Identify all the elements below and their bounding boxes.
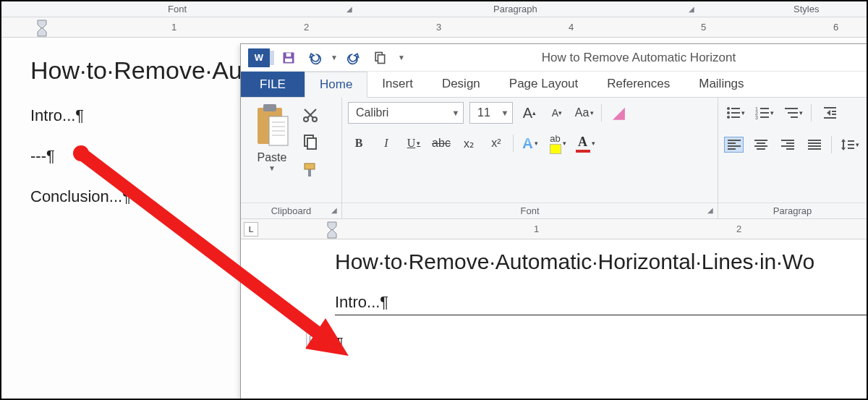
group-label-font: Font ◢	[342, 203, 718, 218]
text-effects-icon: A	[522, 135, 532, 152]
fg-document-area[interactable]: How·to·Remove·Automatic·Horizontal·Lines…	[241, 239, 867, 353]
bg-group-font: Font	[168, 4, 187, 14]
grow-font-button[interactable]: A▴	[519, 102, 540, 124]
bold-button[interactable]: B	[348, 132, 370, 154]
tab-page-layout[interactable]: Page Layout	[495, 72, 592, 97]
font-name-combo[interactable]: Calibri ▼	[348, 102, 464, 124]
redo-icon	[346, 51, 361, 65]
bullets-button[interactable]: ▾	[724, 102, 746, 124]
chevron-down-icon: ▼	[398, 54, 405, 61]
highlight-button[interactable]: ab ▾	[547, 132, 569, 154]
bg-font-launcher-icon[interactable]: ◢	[346, 5, 352, 13]
tab-selector-icon[interactable]: L	[244, 222, 258, 237]
svg-rect-17	[307, 138, 316, 149]
decrease-indent-button[interactable]	[819, 102, 841, 124]
bg-ruler-3: 3	[436, 22, 441, 33]
chevron-down-icon: ▼	[498, 108, 512, 117]
font-color-button[interactable]: A ▾	[574, 132, 596, 154]
tab-insert[interactable]: Insert	[367, 72, 427, 97]
qat-redo-button[interactable]	[341, 44, 367, 72]
subscript-button[interactable]: x₂	[458, 132, 480, 154]
strikethrough-button[interactable]: abc	[430, 132, 452, 154]
bg-paragraph-launcher-icon[interactable]: ◢	[689, 5, 694, 13]
svg-rect-6	[378, 54, 385, 63]
superscript-button[interactable]: x²	[485, 132, 507, 154]
shrink-font-button[interactable]: A▾	[546, 102, 568, 124]
font-launcher-icon[interactable]: ◢	[707, 206, 713, 214]
svg-rect-4	[286, 53, 292, 56]
fg-ruler-1: 1	[534, 224, 539, 234]
bg-ruler-2: 2	[304, 22, 309, 33]
clear-formatting-button[interactable]: ◢	[608, 102, 629, 124]
paste-button[interactable]: Paste ▼	[247, 102, 297, 198]
tab-file[interactable]: FILE	[241, 72, 305, 97]
multilevel-list-icon	[783, 105, 799, 121]
copy-button[interactable]	[302, 134, 319, 151]
fg-doc-intro: Intro...¶	[335, 293, 867, 312]
eraser-icon: ◢	[613, 103, 625, 122]
bg-ruler-4: 4	[569, 22, 574, 33]
bg-group-styles: Styles	[793, 4, 819, 14]
svg-marker-35	[827, 110, 830, 116]
bg-ribbon-group-labels: Font ◢ Paragraph ◢ Styles	[1, 1, 868, 17]
change-case-icon: Aa	[575, 106, 590, 119]
format-painter-icon	[302, 161, 319, 179]
chevron-down-icon: ▼	[247, 164, 297, 172]
fg-ruler[interactable]: L 1 2	[241, 219, 867, 239]
qat-save-button[interactable]	[276, 44, 302, 72]
align-left-icon	[727, 139, 741, 150]
fg-ribbon-tabs: FILE Home Insert Design Page Layout Refe…	[241, 72, 867, 98]
align-justify-icon	[807, 139, 822, 150]
fg-titlebar: W ▼ ▼ How to Remove Automatic Horizont	[241, 44, 867, 72]
numbering-button[interactable]: 123▾	[753, 102, 775, 124]
fg-ruler-2: 2	[736, 224, 741, 234]
group-font: Calibri ▼ 11 ▼ A▴ A▾ Aa▾	[342, 98, 718, 218]
multilevel-list-button[interactable]: ▾	[782, 102, 804, 124]
clipboard-launcher-icon[interactable]: ◢	[331, 206, 337, 214]
svg-rect-3	[285, 58, 292, 61]
bg-ruler-1: 1	[171, 22, 176, 33]
bg-ruler-numbers: 1 2 3 4 5 6	[1, 17, 868, 37]
align-left-button[interactable]	[724, 137, 744, 153]
tab-references[interactable]: References	[592, 72, 684, 97]
bg-group-paragraph: Paragraph	[493, 4, 537, 14]
bg-ruler[interactable]: 1 2 3 4 5 6	[1, 17, 868, 38]
underline-button[interactable]: U▾	[403, 132, 425, 154]
line-spacing-button[interactable]: ▾	[839, 134, 861, 156]
svg-text:3: 3	[755, 115, 758, 120]
qat-undo-dropdown[interactable]: ▼	[328, 44, 341, 72]
tab-design[interactable]: Design	[427, 72, 495, 97]
tab-home[interactable]: Home	[305, 72, 367, 98]
italic-button[interactable]: I	[375, 132, 397, 154]
svg-point-22	[727, 116, 730, 119]
cut-button[interactable]	[302, 106, 319, 124]
align-right-button[interactable]	[778, 137, 797, 153]
align-center-button[interactable]	[751, 137, 770, 153]
qat-customize-dropdown[interactable]: ▼	[393, 44, 410, 72]
qat-copy-button[interactable]	[367, 44, 393, 72]
group-label-font-text: Font	[520, 205, 539, 216]
group-clipboard: Paste ▼ Clipboard ◢	[241, 98, 342, 218]
group-paragraph: ▾ 123▾ ▾	[718, 98, 867, 218]
separator	[601, 104, 602, 122]
svg-rect-18	[305, 163, 315, 169]
align-right-icon	[780, 139, 795, 150]
qat-undo-button[interactable]	[302, 44, 328, 72]
tab-mailings[interactable]: Mailings	[684, 72, 758, 97]
align-justify-button[interactable]	[804, 137, 824, 153]
separator	[831, 136, 832, 153]
separator	[513, 135, 514, 152]
text-effects-button[interactable]: A▾	[519, 132, 541, 154]
shrink-font-icon: A	[552, 107, 558, 119]
fg-indent-marker-icon[interactable]	[326, 219, 338, 242]
undo-icon	[307, 51, 322, 65]
fg-window-title: How to Remove Automatic Horizont	[410, 51, 867, 65]
fg-ribbon: Paste ▼ Clipboard ◢	[241, 98, 867, 219]
format-painter-button[interactable]	[302, 161, 319, 179]
word-logo-icon: W	[248, 48, 270, 67]
change-case-button[interactable]: Aa▾	[574, 102, 595, 124]
autocorrect-options-button[interactable]	[306, 332, 326, 348]
paste-icon	[253, 103, 291, 148]
font-size-combo[interactable]: 11 ▼	[469, 102, 513, 124]
font-name-value: Calibri	[356, 106, 388, 119]
